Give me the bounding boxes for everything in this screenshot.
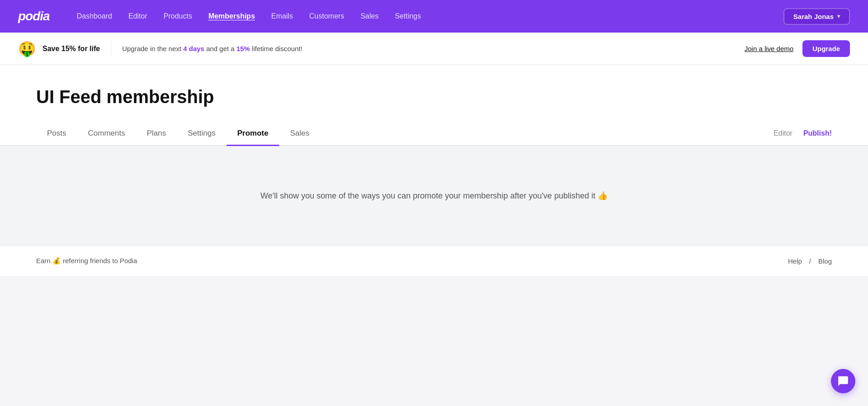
banner-message: Upgrade in the next 4 days and get a 15%… [122, 45, 302, 52]
join-live-demo-link[interactable]: Join a live demo [745, 45, 793, 52]
main-content: UI Feed membership Posts Comments Plans … [0, 65, 868, 245]
nav-link-editor[interactable]: Editor [128, 12, 147, 20]
footer-link-help[interactable]: Help [788, 257, 802, 265]
promote-content-area: We'll show you some of the ways you can … [0, 146, 868, 245]
tabs-bar: Posts Comments Plans Settings Promote Sa… [0, 122, 868, 146]
tab-comments[interactable]: Comments [77, 122, 136, 145]
chat-button[interactable] [831, 369, 855, 393]
tab-settings[interactable]: Settings [177, 122, 226, 145]
banner-emoji: 🤑 [18, 40, 36, 57]
tab-posts[interactable]: Posts [36, 122, 77, 145]
navbar: podia Dashboard Editor Products Membersh… [0, 0, 868, 33]
tabs-right: Editor Publish! [774, 129, 832, 137]
footer: Earn 💰 referring friends to Podia Help /… [0, 245, 868, 276]
upgrade-button[interactable]: Upgrade [802, 40, 850, 57]
nav-link-settings[interactable]: Settings [395, 12, 421, 20]
logo[interactable]: podia [18, 9, 50, 24]
user-menu-button[interactable]: Sarah Jonas ▾ [783, 8, 850, 25]
nav-link-dashboard[interactable]: Dashboard [77, 12, 112, 20]
tab-promote[interactable]: Promote [226, 122, 279, 145]
banner-text-before: Upgrade in the next [122, 45, 183, 52]
promote-message: We'll show you some of the ways you can … [260, 191, 608, 201]
user-menu-caret-icon: ▾ [837, 13, 840, 19]
banner-left: 🤑 Save 15% for life [18, 40, 100, 57]
tab-plans[interactable]: Plans [136, 122, 177, 145]
nav-link-emails[interactable]: Emails [271, 12, 293, 20]
user-name: Sarah Jonas [793, 13, 834, 20]
nav-link-customers[interactable]: Customers [309, 12, 344, 20]
tab-sales[interactable]: Sales [279, 122, 321, 145]
footer-links: Help / Blog [788, 257, 832, 265]
banner-text-after: lifetime discount! [250, 45, 302, 52]
nav-link-products[interactable]: Products [164, 12, 192, 20]
banner-text-middle: and get a [204, 45, 236, 52]
banner-days-highlight: 4 days [183, 45, 204, 52]
footer-divider: / [809, 257, 811, 265]
banner-divider [111, 41, 111, 57]
footer-earn-text: Earn 💰 referring friends to Podia [36, 257, 137, 265]
banner-pct-highlight: 15% [236, 45, 250, 52]
page-header: UI Feed membership [0, 65, 868, 122]
editor-link[interactable]: Editor [774, 129, 793, 137]
banner-right: Join a live demo Upgrade [745, 40, 850, 57]
nav-link-memberships[interactable]: Memberships [208, 12, 255, 20]
nav-link-sales[interactable]: Sales [360, 12, 378, 20]
footer-link-blog[interactable]: Blog [818, 257, 832, 265]
promo-banner: 🤑 Save 15% for life Upgrade in the next … [0, 33, 868, 65]
nav-links: Dashboard Editor Products Memberships Em… [77, 12, 783, 20]
publish-button[interactable]: Publish! [803, 129, 832, 137]
banner-title: Save 15% for life [42, 45, 100, 53]
page-title: UI Feed membership [36, 87, 832, 107]
tabs-left: Posts Comments Plans Settings Promote Sa… [36, 122, 774, 145]
chat-icon [837, 375, 849, 387]
